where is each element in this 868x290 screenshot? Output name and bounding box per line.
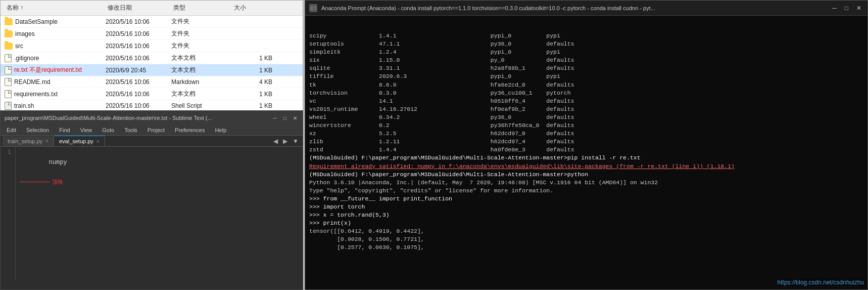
tab-nav: ◀ ▶ ▼ [271,137,301,146]
file-row[interactable]: requirements.txt 2020/5/16 10:06 文本文档 1 … [1,88,303,100]
file-date: 2020/5/16 10:06 [106,102,171,109]
term-minimize[interactable]: ─ [830,5,839,12]
tab-eval-setup[interactable]: eval_setup.py × [54,136,105,146]
terminal-line: tiffile 2020.6.3 pypi_0 pypi [309,72,863,80]
terminal-title: Anaconda Prompt (Anaconda) - conda insta… [321,5,830,11]
code-line-1: numpy [20,149,299,176]
maximize-button[interactable]: □ [281,114,288,121]
terminal-body[interactable]: scipy 1.4.1 pypi_0 pypisetuptools 47.1.1… [305,16,867,289]
tab-nav-dropdown[interactable]: ▼ [291,137,301,146]
file-size: 1 KB [232,91,272,98]
menu-item-goto[interactable]: Goto [100,126,116,134]
terminal-line: wheel 0.34.2 py36_0 defaults [309,113,863,121]
terminal-line: vs2015_runtime 14.16.27012 hf0eaf9b_2 de… [309,105,863,113]
line-number-1: 1 [5,149,11,156]
terminal-line: >>> x = torch.rand(5,3) [309,211,863,219]
file-row[interactable]: README.md 2020/5/16 10:06 Markdown 4 KB [1,76,303,88]
tab-eval-label: eval_setup.py [59,138,93,144]
tab-train-setup[interactable]: train_setup.py × [3,136,54,146]
sublime-editor: paper_program\MSDualGuided\Multi-Scale-A… [0,110,303,290]
file-size: 4 KB [232,78,272,86]
file-type: 文件夹 [171,42,232,50]
file-date: 2020/5/16 10:06 [106,78,171,86]
sublime-menubar: EditSelectionFindViewGotoToolsProjectPre… [1,125,303,136]
file-name-text: requirements.txt [14,91,58,98]
terminal-line: torchvision 0.3.0 py36_cu100_1 pytorch [309,89,863,97]
file-type: 文本文档 [171,54,232,62]
sublime-title: paper_program\MSDualGuided\Multi-Scale-A… [5,115,271,121]
folder-icon [5,43,13,50]
file-name-cell: src [5,43,106,50]
col-name[interactable]: 名称 ↑ [5,3,106,13]
file-name-text: train.sh [14,102,34,109]
terminal: C:\ Anaconda Prompt (Anaconda) - conda i… [305,0,868,290]
file-size: 1 KB [232,67,272,74]
file-explorer-header: 名称 ↑ 修改日期 类型 大小 [1,1,303,16]
file-name-text: src [15,43,23,50]
doc-file-icon [5,66,12,74]
terminal-line: zstd 1.4.4 ha9fde0e_3 defaults [309,146,863,154]
terminal-line: wincertstore 0.2 py36h7fe50ca_0 defaults [309,121,863,130]
file-name-text: re.txt 不是requirement.txt [14,66,82,74]
menu-item-project[interactable]: Project [146,126,167,134]
menu-item-preferences[interactable]: Preferences [173,126,207,134]
terminal-line: >>> print(x) [309,219,863,227]
terminal-line: Python 3.6.10 |Anaconda, Inc.| (default,… [309,179,863,187]
menu-item-view[interactable]: View [78,126,94,134]
file-name-text: images [15,30,35,37]
terminal-line: tk 8.6.8 hfa6e2cd_0 defaults [309,81,863,89]
tab-nav-left[interactable]: ◀ [271,137,280,146]
terminal-line: tensor([[0.6412, 0.4919, 0.4422], [309,227,863,235]
file-row[interactable]: re.txt 不是requirement.txt 2020/6/9 20:45 … [1,64,303,76]
file-row[interactable]: images 2020/5/16 10:06 文件夹 [1,28,303,40]
terminal-line: sqlite 3.31.1 h2a8f88b_1 defaults [309,64,863,72]
term-maximize[interactable]: □ [843,5,850,12]
col-type[interactable]: 类型 [171,3,232,13]
terminal-line: simpleitk 1.2.4 pypi_0 pypi [309,48,863,56]
file-size: 1 KB [232,102,272,109]
file-list: DataSetSample 2020/5/16 10:06 文件夹 images… [1,16,303,112]
term-close[interactable]: ✕ [854,5,863,12]
code-area[interactable]: numpy 顶格 [16,147,303,280]
terminal-line: [0.2577, 0.0630, 0.1075], [309,243,863,252]
terminal-line: >>> from __future__ import print_functio… [309,195,863,203]
file-type: 文件夹 [171,17,232,26]
minimize-button[interactable]: ─ [271,114,278,121]
terminal-icon: C:\ [309,4,317,12]
file-row[interactable]: .gitignore 2020/5/16 10:06 文本文档 1 KB [1,52,303,64]
file-name-cell: .gitignore [5,54,106,62]
shell-file-icon [5,102,12,110]
menu-item-tools[interactable]: Tools [122,126,139,134]
menu-item-edit[interactable]: Edit [5,126,18,134]
file-type: 文本文档 [171,90,232,98]
file-name-text: DataSetSample [15,18,58,25]
col-date[interactable]: 修改日期 [106,3,171,13]
file-name-text: .gitignore [14,55,39,62]
menu-item-selection[interactable]: Selection [24,126,51,134]
close-button[interactable]: ✕ [292,114,299,121]
line-numbers: 1 [1,147,16,280]
tab-eval-close[interactable]: × [97,139,100,144]
file-date: 2020/5/16 10:06 [106,91,171,98]
code-content: numpy [49,159,67,166]
terminal-line: vc 14.1 h0510ff6_4 defaults [309,97,863,105]
editor-content: 1 numpy 顶格 [1,147,303,280]
terminal-line: zlib 1.2.11 h62dcd97_4 defaults [309,138,863,146]
folder-icon [5,30,13,37]
terminal-line: scipy 1.4.1 pypi_0 pypi [309,32,863,40]
file-row[interactable]: src 2020/5/16 10:06 文件夹 [1,40,303,52]
terminal-line: (MSDualGuided) F:\paper_program\MSDualGu… [309,171,863,179]
terminal-titlebar: C:\ Anaconda Prompt (Anaconda) - conda i… [305,1,867,16]
tab-train-close[interactable]: × [45,138,49,144]
file-date: 2020/5/16 10:06 [106,55,171,62]
file-type: 文件夹 [171,29,232,38]
file-type: Shell Script [171,102,232,109]
menu-item-help[interactable]: Help [213,126,228,134]
file-row[interactable]: DataSetSample 2020/5/16 10:06 文件夹 [1,16,303,28]
col-size[interactable]: 大小 [232,3,272,13]
tab-train-label: train_setup.py [8,138,42,144]
menu-item-find[interactable]: Find [57,126,72,134]
terminal-line: >>> import torch [309,203,863,211]
file-type: 文本文档 [171,66,232,74]
tab-nav-right[interactable]: ▶ [281,137,290,146]
